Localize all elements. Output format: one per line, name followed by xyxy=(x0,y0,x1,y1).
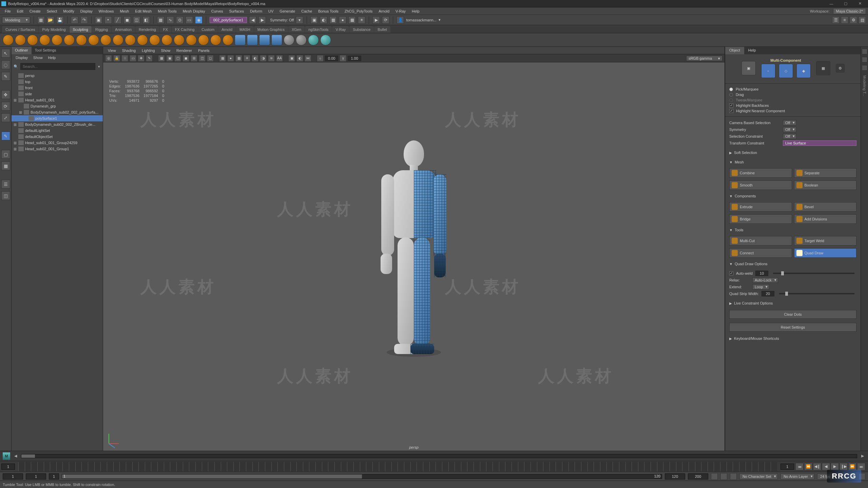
menu-display[interactable]: Display xyxy=(78,8,95,14)
current-frame-right[interactable]: 1 xyxy=(780,464,794,470)
snap-live-icon[interactable]: ◉ xyxy=(195,16,202,24)
snap-curve-icon[interactable]: ∿ xyxy=(167,16,174,24)
viewport-menu-show[interactable]: Show xyxy=(158,48,173,53)
outliner-menu-display[interactable]: Display xyxy=(13,54,31,62)
textured-icon[interactable]: ▩ xyxy=(348,16,356,24)
lights-icon[interactable]: ☀ xyxy=(358,16,365,24)
smooth-button[interactable]: Smooth xyxy=(729,180,792,190)
shelf-tab-animation[interactable]: Animation xyxy=(112,26,135,33)
ipr-icon[interactable]: ⟳ xyxy=(382,16,389,24)
select-uv-icon[interactable]: ◫ xyxy=(133,16,140,24)
tab-object[interactable]: Object xyxy=(725,47,744,54)
sculpt-freeze-icon[interactable] xyxy=(247,35,258,45)
menu-modify[interactable]: Modify xyxy=(60,8,77,14)
object-mode-icon[interactable]: ▣ xyxy=(741,61,756,75)
open-scene-icon[interactable]: 📂 xyxy=(47,16,54,24)
range-end-inner[interactable]: 120 xyxy=(665,473,685,480)
outliner-item[interactable]: ⊞Head_sub01_001_Group24259 xyxy=(12,140,103,146)
viewport-canvas[interactable]: Verts:9938729866760Edges:198763619772650… xyxy=(103,62,725,451)
autoweld-checkbox[interactable] xyxy=(729,271,733,275)
sculpt-brush-16-icon[interactable] xyxy=(186,35,197,45)
minimize-button[interactable]: — xyxy=(825,0,838,7)
target-weld-button[interactable]: Target Weld xyxy=(794,236,857,246)
select-edge-icon[interactable]: ╱ xyxy=(114,16,121,24)
boolean-button[interactable]: Boolean xyxy=(794,180,857,190)
snap-grid-icon[interactable]: ▦ xyxy=(157,16,165,24)
shelf-tab-mash[interactable]: MASH xyxy=(236,26,254,33)
range-track[interactable]: 1 120 xyxy=(62,474,662,479)
shelf-tab-arnold[interactable]: Arnold xyxy=(218,26,236,33)
scale-tool-icon[interactable]: ⤢ xyxy=(1,113,10,122)
outliner-item[interactable]: polySurface1 xyxy=(12,115,103,121)
sculpt-brush-12-icon[interactable] xyxy=(137,35,148,45)
range-end-outer[interactable]: 200 xyxy=(688,473,708,480)
hscroll-track[interactable] xyxy=(21,454,857,458)
vp-xray-icon[interactable]: ◐ xyxy=(296,55,303,62)
symmetry-menu-icon[interactable]: ▾ xyxy=(296,16,303,24)
channel-box-toggle-icon[interactable]: ▤ xyxy=(859,16,866,24)
keyboard-shortcuts-header[interactable]: ▶Keyboard/Mouse Shortcuts xyxy=(729,335,856,342)
quad-draw-options-header[interactable]: ▼Quad Draw Options xyxy=(729,260,856,267)
live-object-field[interactable]: 002_polySurface1 xyxy=(210,17,247,23)
layout-persp-icon[interactable]: ◫ xyxy=(1,191,10,200)
viewport-menu-renderer[interactable]: Renderer xyxy=(174,48,195,53)
tool-settings-toggle-icon[interactable]: ⚙ xyxy=(850,16,857,24)
toolkit-settings-icon[interactable]: ⚙ xyxy=(836,64,845,73)
paint-select-tool-icon[interactable]: ✎ xyxy=(1,72,10,81)
vp-shadows-icon[interactable]: ◐ xyxy=(252,55,258,62)
menu-file[interactable]: File xyxy=(2,8,14,14)
menu-select[interactable]: Select xyxy=(44,8,60,14)
menu-zhcg-polytools[interactable]: ZhCG_PolyTools xyxy=(342,8,375,14)
outliner-item[interactable]: ⊞BodyDynamesh_sub02_002_ZBrush_de... xyxy=(12,121,103,128)
step-back-icon[interactable]: ◀❙ xyxy=(813,463,821,470)
undo-icon[interactable]: ↶ xyxy=(71,16,78,24)
vp-colorspace-dropdown[interactable]: sRGB gamma xyxy=(686,56,722,61)
vp-wire-icon[interactable]: ▦ xyxy=(219,55,226,62)
outliner-item[interactable]: side xyxy=(12,91,103,97)
playback-pref-icon[interactable] xyxy=(730,473,737,480)
search-options-icon[interactable]: ▾ xyxy=(97,64,101,69)
shelf-tab-fx-caching[interactable]: FX Caching xyxy=(172,26,198,33)
tab-tool-settings[interactable]: Tool Settings xyxy=(32,47,60,54)
live-constraint-header[interactable]: ▶Live Constraint Options xyxy=(729,300,856,307)
sculpt-brush-9-icon[interactable] xyxy=(100,35,111,45)
vp-isolate-icon[interactable]: ▣ xyxy=(288,55,295,62)
select-vertex-icon[interactable]: • xyxy=(104,16,112,24)
isolate-icon[interactable]: ▣ xyxy=(310,16,318,24)
viewport-menu-shading[interactable]: Shading xyxy=(119,48,138,53)
reset-settings-button[interactable]: Reset Settings xyxy=(729,323,856,332)
soft-selection-header[interactable]: ▶Soft Selection xyxy=(729,149,856,156)
shelf-tab-poly-modeling[interactable]: Poly Modeling xyxy=(39,26,69,33)
components-header[interactable]: ▼Components xyxy=(729,193,856,199)
snap-point-icon[interactable]: ⊙ xyxy=(176,16,184,24)
sculpt-brush-17-icon[interactable] xyxy=(198,35,209,45)
sculpt-brush-10-icon[interactable] xyxy=(113,35,123,45)
vp-bookmark-icon[interactable]: ☆ xyxy=(121,55,128,62)
outliner-menu-show[interactable]: Show xyxy=(31,54,45,62)
combine-button[interactable]: Combine xyxy=(729,168,792,178)
vp-gate-mask-icon[interactable]: ◼ xyxy=(182,55,189,62)
highlight-backfaces-checkbox[interactable] xyxy=(729,103,733,108)
vertex-mode-icon[interactable]: ▫ xyxy=(761,64,775,78)
xray-icon[interactable]: ◐ xyxy=(320,16,327,24)
vp-exposure-field[interactable]: 0.00 xyxy=(325,56,338,61)
workspace-dropdown[interactable]: Maya Classic-2* xyxy=(833,8,866,14)
camera-based-dropdown[interactable]: Off xyxy=(783,120,796,125)
menu-deform[interactable]: Deform xyxy=(247,8,265,14)
sculpt-brush-3-icon[interactable] xyxy=(27,35,38,45)
shelf-tab-rendering[interactable]: Rendering xyxy=(135,26,159,33)
outliner-item[interactable]: persp xyxy=(12,73,103,79)
shelf-tab-xgen[interactable]: XGen xyxy=(288,26,305,33)
vp-xray-joints-icon[interactable]: ⋈ xyxy=(305,55,311,62)
drag-radio[interactable] xyxy=(729,93,733,97)
attribute-editor-icon[interactable] xyxy=(862,65,867,71)
sculpt-brush-8-icon[interactable] xyxy=(88,35,99,45)
sculpt-send-icon[interactable] xyxy=(320,35,331,45)
live-next-icon[interactable]: ▶ xyxy=(258,16,266,24)
outliner-item[interactable]: defaultObjectSet xyxy=(12,134,103,140)
select-object-icon[interactable]: ▣ xyxy=(95,16,102,24)
menu-mesh-tools[interactable]: Mesh Tools xyxy=(155,8,179,14)
extend-dropdown[interactable]: Loop xyxy=(752,284,769,290)
sculpt-brush-6-icon[interactable] xyxy=(64,35,75,45)
quadstrip-value[interactable]: 20 xyxy=(761,291,774,296)
